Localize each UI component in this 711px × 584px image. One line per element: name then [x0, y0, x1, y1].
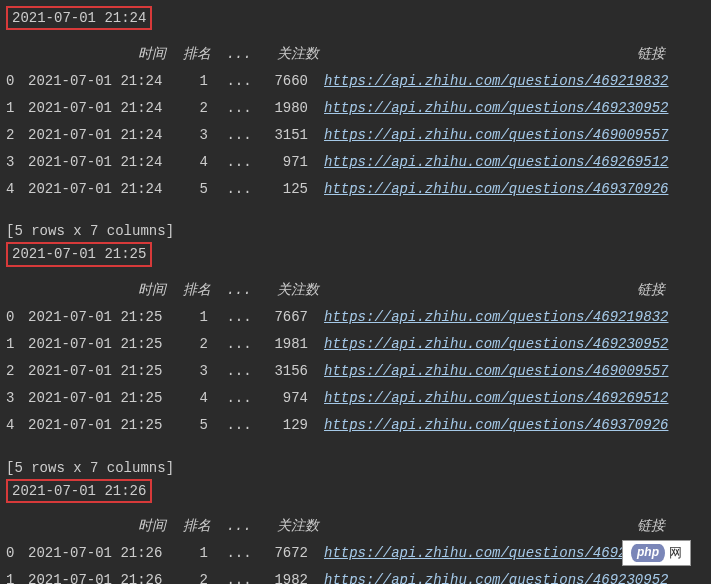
table-row: 12021-07-01 21:262...1982https://api.zhi… — [6, 567, 705, 584]
cell-link[interactable]: https://api.zhihu.com/questions/46900955… — [324, 127, 668, 143]
cell-time: 2021-07-01 21:25 — [28, 308, 178, 326]
timestamp-highlight: 2021-07-01 21:25 — [6, 242, 152, 266]
cell-watch: 974 — [262, 389, 314, 407]
cell-watch: 3156 — [262, 362, 314, 380]
row-index: 3 — [6, 389, 28, 407]
row-index: 2 — [6, 362, 28, 380]
header-time: 时间 — [6, 45, 178, 63]
timestamp-highlight: 2021-07-01 21:24 — [6, 6, 152, 30]
cell-rank: 2 — [178, 571, 216, 584]
cell-rank: 3 — [178, 126, 216, 144]
cell-ellipsis: ... — [216, 389, 262, 407]
table-row: 02021-07-01 21:251...7667https://api.zhi… — [6, 304, 705, 331]
row-index: 2 — [6, 126, 28, 144]
cell-time: 2021-07-01 21:24 — [28, 72, 178, 90]
cell-watch: 125 — [262, 180, 314, 198]
cell-ellipsis: ... — [216, 308, 262, 326]
cell-link[interactable]: https://api.zhihu.com/questions/46937092… — [324, 417, 668, 433]
cell-time: 2021-07-01 21:25 — [28, 362, 178, 380]
timestamp-highlight: 2021-07-01 21:26 — [6, 479, 152, 503]
table-header: 时间排名...关注数链接 — [6, 40, 705, 67]
cell-ellipsis: ... — [216, 571, 262, 584]
rows-summary: [5 rows x 7 columns] — [6, 459, 705, 477]
cell-link[interactable]: https://api.zhihu.com/questions/46921983… — [324, 309, 668, 325]
header-watch: 关注数 — [262, 517, 334, 535]
table-row: 02021-07-01 21:241...7660https://api.zhi… — [6, 67, 705, 94]
cell-ellipsis: ... — [216, 153, 262, 171]
row-index: 4 — [6, 416, 28, 434]
header-watch: 关注数 — [262, 281, 334, 299]
header-ellipsis: ... — [216, 45, 262, 63]
row-index: 1 — [6, 571, 28, 584]
table-row: 12021-07-01 21:242...1980https://api.zhi… — [6, 94, 705, 121]
cell-link[interactable]: https://api.zhihu.com/questions/46923095… — [324, 572, 668, 584]
cell-rank: 4 — [178, 153, 216, 171]
row-index: 1 — [6, 335, 28, 353]
cell-link[interactable]: https://api.zhihu.com/questions/46926951… — [324, 154, 668, 170]
cell-link[interactable]: https://api.zhihu.com/questions/46921983… — [324, 73, 668, 89]
cell-time: 2021-07-01 21:24 — [28, 153, 178, 171]
cell-time: 2021-07-01 21:24 — [28, 99, 178, 117]
table-row: 02021-07-01 21:261...7672https://api.zhi… — [6, 540, 705, 567]
row-index: 0 — [6, 544, 28, 562]
cell-link[interactable]: https://api.zhihu.com/questions/46937092… — [324, 181, 668, 197]
header-rank: 排名 — [178, 281, 216, 299]
table-header: 时间排名...关注数链接 — [6, 277, 705, 304]
header-ellipsis: ... — [216, 517, 262, 535]
cell-time: 2021-07-01 21:25 — [28, 416, 178, 434]
cell-watch: 1982 — [262, 571, 314, 584]
header-watch: 关注数 — [262, 45, 334, 63]
cell-ellipsis: ... — [216, 335, 262, 353]
cell-ellipsis: ... — [216, 180, 262, 198]
row-index: 1 — [6, 99, 28, 117]
table-row: 42021-07-01 21:245...125https://api.zhih… — [6, 175, 705, 202]
cell-rank: 2 — [178, 99, 216, 117]
header-rank: 排名 — [178, 517, 216, 535]
cell-link[interactable]: https://api.zhihu.com/questions/46923095… — [324, 336, 668, 352]
table-row: 42021-07-01 21:255...129https://api.zhih… — [6, 412, 705, 439]
table-row: 22021-07-01 21:253...3156https://api.zhi… — [6, 358, 705, 385]
table-row: 22021-07-01 21:243...3151https://api.zhi… — [6, 121, 705, 148]
cell-rank: 5 — [178, 416, 216, 434]
cell-ellipsis: ... — [216, 99, 262, 117]
cell-rank: 1 — [178, 308, 216, 326]
header-link: 链接 — [334, 517, 705, 535]
row-index: 3 — [6, 153, 28, 171]
cell-link[interactable]: https://api.zhihu.com/questions/46923095… — [324, 100, 668, 116]
watermark-badge: php 网 — [622, 540, 691, 566]
rows-summary: [5 rows x 7 columns] — [6, 222, 705, 240]
cell-watch: 7660 — [262, 72, 314, 90]
header-rank: 排名 — [178, 45, 216, 63]
cell-watch: 3151 — [262, 126, 314, 144]
cell-link[interactable]: https://api.zhihu.com/questions/46900955… — [324, 363, 668, 379]
cell-link[interactable]: https://api.zhihu.com/questions/46926951… — [324, 390, 668, 406]
cell-ellipsis: ... — [216, 362, 262, 380]
row-index: 4 — [6, 180, 28, 198]
cell-time: 2021-07-01 21:25 — [28, 389, 178, 407]
table-header: 时间排名...关注数链接 — [6, 513, 705, 540]
row-index: 0 — [6, 308, 28, 326]
cell-rank: 1 — [178, 72, 216, 90]
cell-watch: 1981 — [262, 335, 314, 353]
table-row: 32021-07-01 21:254...974https://api.zhih… — [6, 385, 705, 412]
cell-time: 2021-07-01 21:24 — [28, 126, 178, 144]
cell-rank: 1 — [178, 544, 216, 562]
cell-time: 2021-07-01 21:26 — [28, 571, 178, 584]
header-link: 链接 — [334, 281, 705, 299]
cell-rank: 5 — [178, 180, 216, 198]
header-ellipsis: ... — [216, 281, 262, 299]
cell-ellipsis: ... — [216, 416, 262, 434]
header-time: 时间 — [6, 517, 178, 535]
cell-ellipsis: ... — [216, 544, 262, 562]
cell-time: 2021-07-01 21:25 — [28, 335, 178, 353]
cell-time: 2021-07-01 21:26 — [28, 544, 178, 562]
php-logo: php — [631, 544, 665, 562]
cell-rank: 2 — [178, 335, 216, 353]
cell-watch: 1980 — [262, 99, 314, 117]
cell-rank: 4 — [178, 389, 216, 407]
cell-watch: 129 — [262, 416, 314, 434]
cell-link[interactable]: https://api.zhihu.com/questions/4692199 — [324, 545, 652, 561]
table-row: 32021-07-01 21:244...971https://api.zhih… — [6, 148, 705, 175]
cell-time: 2021-07-01 21:24 — [28, 180, 178, 198]
cell-rank: 3 — [178, 362, 216, 380]
